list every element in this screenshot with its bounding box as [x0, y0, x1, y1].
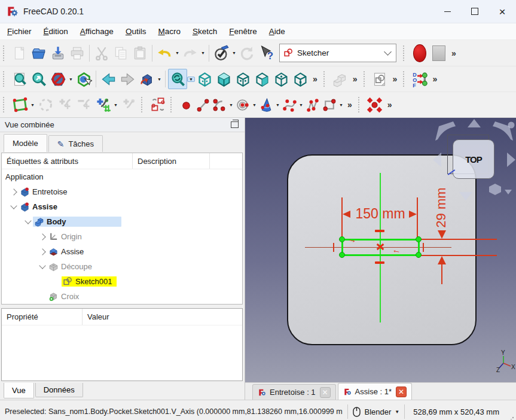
- part-design-button[interactable]: [331, 69, 350, 89]
- sync-view-button[interactable]: [168, 69, 187, 89]
- dof-button[interactable]: DOF: [410, 69, 429, 89]
- toolbar-overflow[interactable]: »: [310, 74, 320, 84]
- undo-dropdown-icon[interactable]: ▼: [174, 51, 181, 55]
- sketch-vertex[interactable]: [416, 252, 422, 258]
- minimize-button[interactable]: [433, 0, 461, 23]
- merge-sketches-button[interactable]: [93, 95, 112, 115]
- close-tab-icon[interactable]: ✕: [396, 386, 407, 397]
- tab-taches[interactable]: ✎Tâches: [48, 135, 103, 152]
- property-column-header[interactable]: Propriété: [2, 309, 83, 325]
- tree-row-body[interactable]: Body: [2, 214, 242, 229]
- box-selection-button[interactable]: [74, 69, 93, 89]
- create-arc-button[interactable]: [211, 95, 228, 115]
- toolbar-grip[interactable]: [358, 97, 363, 112]
- toolbar-grip[interactable]: [3, 71, 8, 87]
- toolbar-overflow[interactable]: »: [448, 48, 459, 58]
- toolbar-overflow[interactable]: »: [390, 74, 401, 84]
- validate-dropdown-icon[interactable]: ▼: [231, 51, 237, 55]
- float-panel-icon[interactable]: [231, 121, 239, 128]
- doc-tab-entretoise[interactable]: Entretoise : 1 ✕: [252, 384, 336, 400]
- resize-grip-icon[interactable]: [508, 416, 515, 420]
- edit-sketch-dropdown-icon[interactable]: ▼: [29, 103, 36, 107]
- menu-fenetre[interactable]: Fenêtre: [223, 25, 263, 38]
- expander-icon[interactable]: [10, 202, 17, 209]
- tree-row-decoupe[interactable]: Découpe: [2, 259, 242, 274]
- fit-all-button[interactable]: [10, 69, 29, 89]
- sync-view-dropdown-icon[interactable]: ▼: [187, 77, 195, 82]
- save-button[interactable]: [48, 43, 68, 63]
- toolbar-grip[interactable]: [364, 71, 368, 87]
- toolbar-overflow[interactable]: »: [344, 100, 355, 109]
- toolbar-grip[interactable]: [3, 97, 8, 112]
- view-top-button[interactable]: [233, 69, 252, 89]
- nav-cube[interactable]: TOP: [453, 139, 494, 179]
- undo-button[interactable]: [155, 43, 174, 63]
- tree-row-origin[interactable]: Origin: [2, 229, 242, 244]
- view-bottom-button[interactable]: [291, 69, 310, 89]
- macro-record-button[interactable]: [410, 43, 429, 63]
- constraint-button[interactable]: [365, 95, 384, 115]
- arc-dropdown-icon[interactable]: ▼: [228, 103, 234, 107]
- toolbar-overflow[interactable]: »: [429, 74, 440, 84]
- expander-icon[interactable]: [25, 217, 31, 224]
- virtual-space-button[interactable]: [148, 95, 167, 115]
- validate-button[interactable]: [119, 95, 138, 115]
- clipping-plane-button[interactable]: [48, 69, 68, 89]
- menu-sketch[interactable]: Sketch: [187, 25, 223, 38]
- close-tab-icon[interactable]: ✕: [320, 387, 331, 398]
- create-line-button[interactable]: [194, 95, 211, 115]
- nav-forward-button[interactable]: [118, 69, 137, 89]
- expander-icon[interactable]: [10, 188, 17, 195]
- merge-dropdown-icon[interactable]: ▼: [112, 103, 119, 107]
- toolbar-grip[interactable]: [403, 45, 408, 61]
- coincident-constraint-icon[interactable]: [376, 243, 384, 251]
- menu-macro[interactable]: Macro: [152, 25, 187, 38]
- create-circle-button[interactable]: [234, 95, 251, 115]
- paste-button[interactable]: [130, 43, 149, 63]
- create-rectangle-button[interactable]: [321, 95, 338, 115]
- clipping-dropdown-icon[interactable]: ▼: [68, 77, 74, 81]
- toolbar-grip[interactable]: [141, 97, 146, 112]
- sketch-vertex[interactable]: [339, 252, 345, 258]
- sketch-vertex[interactable]: [339, 236, 345, 242]
- expander-icon[interactable]: [39, 233, 45, 240]
- nav-back-button[interactable]: [99, 69, 118, 89]
- doc-tab-assise[interactable]: Assise : 1* ✕: [338, 383, 412, 400]
- fit-selection-button[interactable]: [29, 69, 48, 89]
- tree-row-entretoise[interactable]: Entretoise: [2, 184, 242, 199]
- draw-style-button[interactable]: [137, 69, 156, 89]
- create-conic-button[interactable]: [258, 95, 274, 115]
- draw-style-dropdown-icon[interactable]: ▼: [156, 77, 163, 81]
- menu-aide[interactable]: Aide: [263, 25, 291, 38]
- refresh-button[interactable]: [237, 43, 257, 63]
- symmetry-constraint-icon[interactable]: [375, 261, 384, 264]
- workbench-selector[interactable]: Sketcher: [279, 44, 396, 62]
- tree-row-sketch001[interactable]: Sketch001: [2, 274, 242, 289]
- toolbar-grip[interactable]: [3, 45, 8, 61]
- toolbar-grip[interactable]: [323, 71, 328, 87]
- expander-icon[interactable]: [39, 262, 45, 269]
- toolbar-grip[interactable]: [403, 71, 408, 87]
- view-rear-button[interactable]: [271, 69, 291, 89]
- tree-column-description[interactable]: Description: [133, 153, 210, 169]
- sketch-vertex[interactable]: [416, 236, 422, 242]
- create-point-button[interactable]: [178, 95, 194, 115]
- tree-row-assise-doc[interactable]: Assise: [2, 199, 242, 214]
- cut-button[interactable]: [92, 43, 111, 63]
- menu-fichier[interactable]: Fichier: [1, 25, 38, 38]
- redo-dropdown-icon[interactable]: ▼: [200, 51, 206, 55]
- reorient-sketch-button[interactable]: [74, 95, 93, 115]
- view-right-button[interactable]: [252, 69, 271, 89]
- close-button[interactable]: ×: [488, 0, 516, 23]
- toolbar-overflow[interactable]: »: [384, 100, 395, 109]
- dimension-width-label[interactable]: 150 mm: [352, 206, 409, 222]
- menu-affichage[interactable]: Affichage: [74, 25, 120, 38]
- bspline-dropdown-icon[interactable]: ▼: [298, 103, 304, 107]
- validate-sketch-button[interactable]: [212, 43, 231, 63]
- copy-button[interactable]: [111, 43, 130, 63]
- nav-style-selector[interactable]: Blender ▼: [353, 407, 399, 417]
- tree-row-assise-pad[interactable]: Assise: [2, 244, 242, 259]
- expander-icon[interactable]: [39, 248, 45, 255]
- menu-outils[interactable]: Outils: [120, 25, 152, 38]
- new-file-button[interactable]: [10, 43, 29, 63]
